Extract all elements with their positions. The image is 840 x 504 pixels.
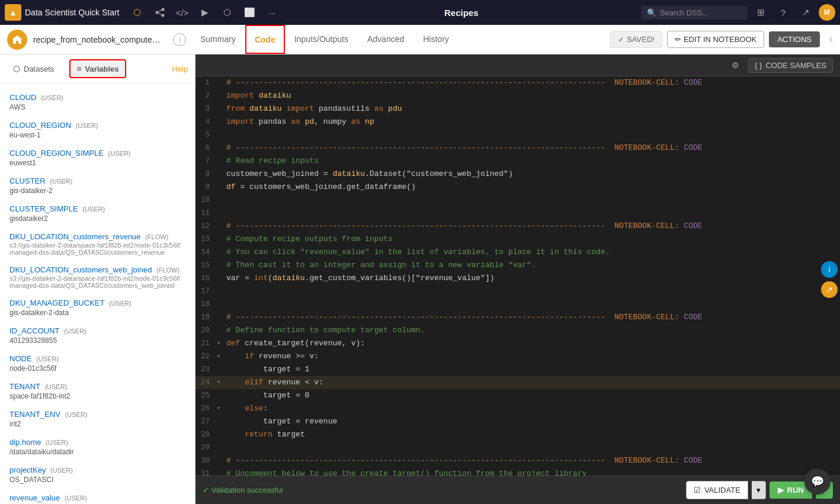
- deploy-icon[interactable]: ⬡: [218, 3, 237, 22]
- line-number: 11: [195, 207, 217, 220]
- var-name: CLOUD_REGION (USER): [9, 121, 185, 130]
- tab-inputs-outputs[interactable]: Inputs/Outputs: [285, 25, 358, 54]
- search-input[interactable]: [660, 8, 737, 17]
- list-item[interactable]: CLOUD_REGION_SIMPLE (USER)euwest1: [0, 144, 195, 172]
- line-content: # --------------------------------------…: [226, 142, 840, 155]
- info-float-icon[interactable]: i: [821, 261, 838, 278]
- left-panel: ⬡ Datasets ≡ Variables Help CLOUD (USER)…: [0, 54, 195, 504]
- tab-code[interactable]: Code: [245, 25, 285, 54]
- line-number: 23: [195, 363, 217, 376]
- validate-caret-button[interactable]: ▾: [752, 481, 766, 499]
- tab-history[interactable]: History: [413, 25, 459, 54]
- var-name: ID_ACCOUNT (USER): [9, 326, 185, 335]
- fold-arrow[interactable]: ▾: [217, 350, 226, 363]
- panel-tab-datasets[interactable]: ⬡ Datasets: [7, 60, 60, 77]
- panel-tab-variables[interactable]: ≡ Variables: [69, 59, 126, 78]
- line-content: target = 1: [226, 363, 840, 376]
- var-value: /data/dataiku/datadir: [9, 448, 185, 456]
- var-path: s3://gis-dataiker-2-data/space-faf1f82b-…: [9, 275, 185, 289]
- list-item[interactable]: CLOUD_REGION (USER)eu-west-1: [0, 116, 195, 144]
- table-row: 25 target = 0: [195, 389, 840, 402]
- chat-button[interactable]: 💬: [804, 468, 831, 495]
- more-icon[interactable]: ···: [263, 3, 282, 22]
- list-item[interactable]: ID_ACCOUNT (USER)401293328855: [0, 322, 195, 349]
- line-number: 16: [195, 272, 217, 285]
- help-icon[interactable]: ?: [774, 3, 793, 22]
- var-name: projectKey (USER): [9, 466, 185, 474]
- table-row: 27 target = revenue: [195, 415, 840, 428]
- list-item[interactable]: revenue_value (USER): [0, 489, 195, 504]
- actions-button[interactable]: ACTIONS: [769, 31, 820, 47]
- validate-button[interactable]: ☑ VALIDATE: [686, 481, 748, 499]
- list-item[interactable]: projectKey (USER)OS_DATASCI: [0, 461, 195, 489]
- list-item[interactable]: TENANT (USER)space-faf1f82b-int2: [0, 377, 195, 405]
- line-number: 6: [195, 142, 217, 155]
- share-float-icon[interactable]: ↗: [821, 281, 838, 298]
- saved-button[interactable]: ✓ SAVED!: [610, 31, 662, 48]
- line-content: # Then cast it to an integer and assign …: [226, 259, 840, 272]
- table-row: 22▾ if revenue >= v:: [195, 350, 840, 363]
- list-item[interactable]: TENANT_ENV (USER)int2: [0, 405, 195, 433]
- line-number: 7: [195, 155, 217, 168]
- tabbar-actions: ✓ SAVED! ✏ EDIT IN NOTEBOOK ACTIONS ‹: [610, 31, 833, 48]
- tab-summary[interactable]: Summary: [191, 25, 245, 54]
- line-number: 20: [195, 324, 217, 337]
- line-content: customers_web_joined = dataiku.Dataset("…: [226, 168, 840, 181]
- line-number: 2: [195, 89, 217, 102]
- list-item[interactable]: DKU_MANAGED_BUCKET (USER)gis-dataiker-2-…: [0, 294, 195, 322]
- var-name: TENANT_ENV (USER): [9, 410, 185, 419]
- check-icon: ✓: [618, 35, 624, 44]
- search-bar[interactable]: 🔍: [641, 6, 748, 20]
- var-value: gis-dataiker-2: [9, 187, 185, 195]
- list-item[interactable]: dip.home (USER)/data/dataiku/datadir: [0, 433, 195, 461]
- fold-arrow[interactable]: ▾: [217, 337, 226, 350]
- home-icon[interactable]: ⬡: [128, 3, 147, 22]
- list-item[interactable]: CLOUD (USER)AWS: [0, 88, 195, 116]
- flow-icon[interactable]: [150, 3, 169, 22]
- list-item[interactable]: NODE (USER)node-01c3c56f: [0, 349, 195, 377]
- line-number: 21: [195, 337, 217, 350]
- validation-message: ✓ Validation successful: [203, 486, 283, 495]
- help-link[interactable]: Help: [172, 65, 188, 73]
- table-row: 15# Then cast it to an integer and assig…: [195, 259, 840, 272]
- var-path: s3://gis-dataiker-2-data/space-faf1f82b-…: [9, 242, 185, 256]
- list-item[interactable]: CLUSTER_SIMPLE (USER)gisdataiker2: [0, 200, 195, 227]
- list-item[interactable]: DKU_LOCATION_customers_web_joined (FLOW)…: [0, 261, 195, 294]
- code-samples-button[interactable]: { } CODE SAMPLES: [748, 58, 833, 73]
- settings-icon[interactable]: ⚙: [727, 57, 743, 73]
- var-value: node-01c3c56f: [9, 364, 185, 373]
- check-icon: ✓: [203, 486, 209, 495]
- dashboard-icon[interactable]: ⬜: [241, 3, 259, 22]
- search-icon: 🔍: [647, 8, 656, 17]
- back-arrow-icon[interactable]: ‹: [829, 33, 833, 46]
- var-name: NODE (USER): [9, 354, 185, 363]
- breadcrumb-logo[interactable]: [7, 30, 27, 50]
- code-area[interactable]: 1# -------------------------------------…: [195, 76, 840, 476]
- info-icon[interactable]: i: [173, 33, 186, 46]
- line-number: 14: [195, 246, 217, 259]
- tab-advanced[interactable]: Advanced: [358, 25, 413, 54]
- list-item[interactable]: DKU_LOCATION_customers_revenue (FLOW)s3:…: [0, 227, 195, 261]
- line-number: 10: [195, 194, 217, 207]
- app-logo[interactable]: ▲: [5, 4, 21, 21]
- notifications-icon[interactable]: ↗: [796, 3, 815, 22]
- table-row: 10: [195, 194, 840, 207]
- svg-line-4: [158, 13, 161, 15]
- var-value: OS_DATASCI: [9, 476, 185, 484]
- bottom-bar: ✓ Validation successful ☑ VALIDATE ▾ ▶ R…: [195, 476, 840, 504]
- list-item[interactable]: CLUSTER (USER)gis-dataiker-2: [0, 172, 195, 200]
- run-icon[interactable]: ▶: [195, 3, 214, 22]
- code-icon[interactable]: </>: [173, 3, 192, 22]
- table-row: 4import pandas as pd, numpy as np: [195, 115, 840, 129]
- line-number: 22: [195, 350, 217, 363]
- line-content: return target: [226, 428, 840, 441]
- tabbar: recipe_from_notebook_compute_customers_.…: [0, 25, 840, 54]
- validate-icon: ☑: [694, 486, 701, 495]
- line-content: # Define function to compute target colu…: [226, 324, 840, 337]
- fold-arrow[interactable]: ▾: [217, 402, 226, 415]
- fold-arrow[interactable]: ▾: [217, 376, 226, 389]
- edit-in-notebook-button[interactable]: ✏ EDIT IN NOTEBOOK: [667, 31, 764, 48]
- grid-icon[interactable]: ⊞: [751, 3, 770, 22]
- table-row: 1# -------------------------------------…: [195, 76, 840, 89]
- avatar[interactable]: M: [819, 4, 835, 21]
